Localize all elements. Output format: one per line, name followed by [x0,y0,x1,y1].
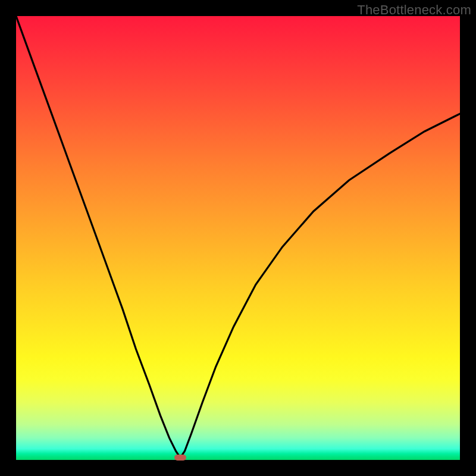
chart-area [16,16,460,460]
bottleneck-curve [16,16,460,460]
optimum-marker [174,455,186,461]
watermark-text: TheBottleneck.com [357,2,471,18]
